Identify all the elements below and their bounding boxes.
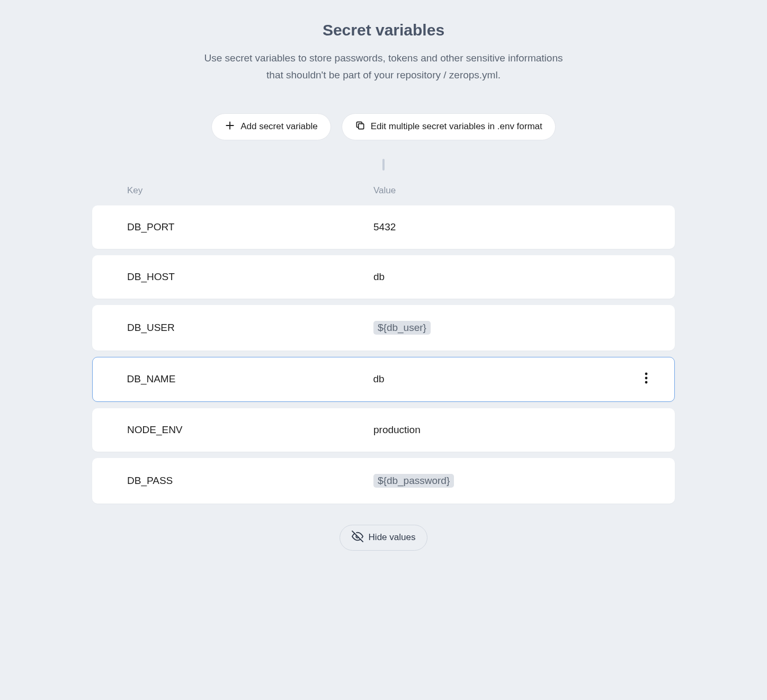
hide-button-label: Hide values	[369, 532, 416, 543]
page-title: Secret variables	[92, 21, 675, 39]
table-row[interactable]: DB_PORT5432	[92, 205, 675, 249]
value-chip: ${db_password}	[373, 474, 454, 488]
add-button-label: Add secret variable	[240, 121, 318, 132]
row-value: ${db_user}	[373, 321, 654, 335]
svg-rect-2	[358, 123, 363, 129]
actions-bar: Add secret variable Edit multiple secret…	[92, 113, 675, 140]
row-value: production	[373, 424, 654, 436]
row-key: NODE_ENV	[127, 424, 373, 436]
row-value: db	[373, 271, 654, 283]
table-row[interactable]: NODE_ENVproduction	[92, 408, 675, 452]
row-menu-button[interactable]	[638, 372, 654, 386]
page-description: Use secret variables to store passwords,…	[198, 50, 569, 84]
table-header: Key Value	[92, 185, 675, 205]
table-row[interactable]: DB_PASS${db_password}	[92, 458, 675, 504]
table-body: DB_PORT5432DB_HOSTdbDB_USER${db_user}DB_…	[92, 205, 675, 504]
column-header-value: Value	[373, 185, 396, 196]
row-key: DB_HOST	[127, 271, 373, 283]
row-value: db	[373, 373, 638, 385]
row-key: DB_PASS	[127, 475, 373, 487]
row-key: DB_USER	[127, 322, 373, 334]
column-header-key: Key	[127, 185, 373, 196]
svg-point-4	[645, 377, 647, 380]
svg-point-5	[645, 381, 647, 384]
row-value: ${db_password}	[373, 474, 654, 488]
add-secret-variable-button[interactable]: Add secret variable	[211, 113, 331, 140]
eye-off-icon	[352, 531, 363, 545]
plus-icon	[225, 120, 235, 133]
hide-values-button[interactable]: Hide values	[340, 525, 428, 551]
column-resize-handle[interactable]	[382, 159, 385, 170]
table-row[interactable]: DB_HOSTdb	[92, 255, 675, 299]
copy-icon	[355, 120, 365, 133]
row-key: DB_NAME	[127, 373, 373, 385]
more-vertical-icon	[645, 372, 648, 386]
row-value: 5432	[373, 221, 654, 233]
edit-button-label: Edit multiple secret variables in .env f…	[371, 121, 542, 132]
svg-point-3	[645, 373, 647, 375]
table-row[interactable]: DB_USER${db_user}	[92, 305, 675, 351]
row-key: DB_PORT	[127, 221, 373, 233]
value-chip: ${db_user}	[373, 321, 431, 335]
table-row[interactable]: DB_NAMEdb	[92, 357, 675, 402]
edit-env-button[interactable]: Edit multiple secret variables in .env f…	[342, 113, 556, 140]
